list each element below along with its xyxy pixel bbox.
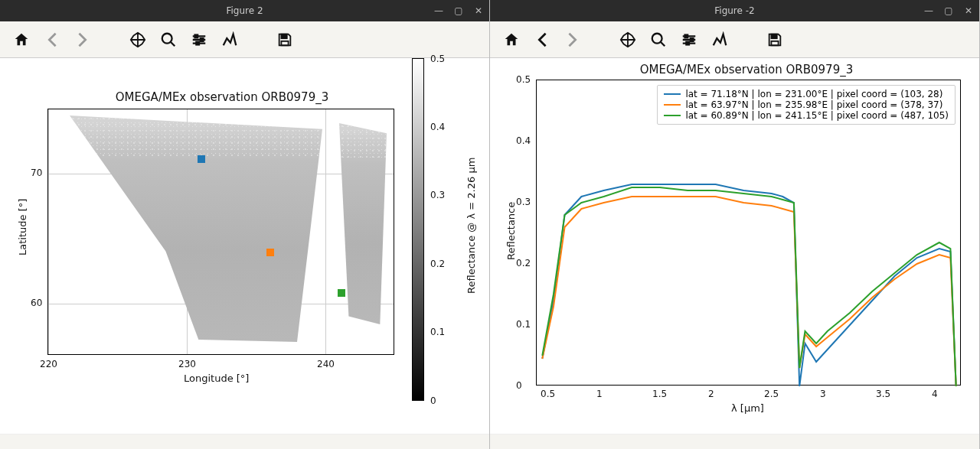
svg-point-0 [162, 33, 172, 43]
map-swath [70, 116, 322, 342]
cbar-tick: 0.3 [430, 190, 445, 200]
pixel-marker-3 [338, 289, 345, 297]
xtick: 240 [317, 359, 335, 369]
xtick: 230 [178, 359, 196, 369]
map-ylabel: Latitude [°] [17, 199, 28, 255]
xtick: 1 [596, 389, 603, 399]
map-title: OMEGA/MEx observation ORB0979_3 [116, 90, 328, 104]
subplots-icon[interactable] [219, 29, 240, 50]
legend-entry: lat = 71.18°N | lon = 231.00°E | pixel c… [685, 89, 942, 99]
ytick: 0.2 [516, 258, 531, 268]
cbar-tick: 0.1 [430, 327, 445, 337]
figure-window-1: Figure 2 — ▢ ✕ OMEGA/MEx observation ORB… [0, 0, 490, 449]
svg-rect-9 [686, 41, 689, 44]
save-icon[interactable] [764, 29, 786, 50]
cbar-tick: 0.4 [430, 122, 445, 132]
xtick: 0.5 [541, 389, 555, 399]
home-icon[interactable] [11, 29, 32, 50]
colorbar [412, 58, 424, 401]
mpl-toolbar [490, 21, 979, 58]
pan-icon[interactable] [617, 29, 639, 50]
xtick: 220 [40, 359, 57, 369]
xtick: 4 [932, 389, 938, 399]
home-icon[interactable] [501, 29, 522, 50]
ytick: 0.3 [516, 197, 531, 207]
statusbar [490, 434, 979, 449]
titlebar[interactable]: Figure 2 — ▢ ✕ [0, 0, 489, 21]
svg-rect-8 [691, 38, 694, 41]
map-axes[interactable] [47, 109, 394, 355]
forward-icon[interactable] [562, 29, 583, 50]
maximize-button[interactable]: ▢ [452, 5, 465, 17]
spectra-axes[interactable]: lat = 71.18°N | lon = 231.00°E | pixel c… [536, 80, 961, 386]
xtick: 2.5 [764, 389, 779, 399]
spectra-title: OMEGA/MEx observation ORB0979_3 [640, 63, 853, 76]
spectra-ylabel: Reflectance [505, 202, 517, 260]
ytick: 0.1 [516, 319, 531, 330]
configure-icon[interactable] [188, 29, 210, 50]
zoom-icon[interactable] [648, 29, 669, 50]
xtick: 1.5 [652, 389, 667, 399]
cbar-label: Reflectance @ λ = 2.26 μm [466, 158, 477, 294]
pan-icon[interactable] [127, 29, 149, 50]
cbar-tick: 0.2 [430, 259, 445, 269]
subplots-icon[interactable] [709, 29, 730, 50]
zoom-icon[interactable] [158, 29, 179, 50]
svg-rect-5 [281, 41, 288, 45]
xtick: 2 [708, 389, 714, 399]
configure-icon[interactable] [678, 29, 700, 50]
minimize-button[interactable]: — [433, 5, 445, 17]
svg-rect-3 [196, 41, 199, 44]
save-icon[interactable] [274, 29, 296, 50]
back-icon[interactable] [531, 29, 553, 50]
xtick: 3.5 [876, 389, 890, 399]
spectra-lines [537, 80, 962, 386]
spectra-xlabel: λ [μm] [731, 402, 764, 414]
ytick: 0.4 [516, 135, 531, 146]
statusbar [0, 434, 489, 449]
window-title: Figure -2 [714, 5, 754, 16]
figure-canvas-map[interactable]: OMEGA/MEx observation ORB0979_3 220 230 … [0, 58, 489, 434]
cbar-tick: 0 [430, 395, 436, 406]
back-icon[interactable] [41, 29, 63, 50]
svg-rect-7 [685, 34, 688, 37]
forward-icon[interactable] [72, 29, 93, 50]
pixel-marker-2 [266, 249, 274, 256]
legend-entry: lat = 60.89°N | lon = 241.15°E | pixel c… [685, 110, 949, 121]
pixel-marker-1 [198, 155, 205, 163]
ytick: 0 [516, 380, 522, 391]
svg-rect-11 [771, 41, 778, 45]
map-swath [339, 123, 387, 324]
mpl-toolbar [0, 21, 489, 58]
cbar-tick: 0.5 [430, 54, 445, 64]
ytick: 0.5 [516, 74, 531, 85]
svg-rect-10 [771, 34, 776, 38]
legend: lat = 71.18°N | lon = 231.00°E | pixel c… [657, 85, 956, 125]
window-title: Figure 2 [226, 5, 263, 16]
figure-window-2: Figure -2 — ▢ ✕ OMEGA/MEx observation OR… [490, 0, 980, 449]
legend-entry: lat = 63.97°N | lon = 235.98°E | pixel c… [685, 99, 942, 110]
svg-rect-1 [195, 34, 198, 37]
xtick: 3 [820, 389, 826, 399]
svg-point-6 [652, 33, 662, 43]
titlebar[interactable]: Figure -2 — ▢ ✕ [490, 0, 979, 21]
minimize-button[interactable]: — [923, 5, 935, 17]
svg-rect-4 [281, 34, 286, 38]
ytick: 60 [31, 298, 42, 308]
close-button[interactable]: ✕ [472, 5, 485, 17]
svg-rect-2 [201, 38, 204, 41]
ytick: 70 [31, 168, 42, 178]
close-button[interactable]: ✕ [962, 5, 975, 17]
figure-canvas-spectra[interactable]: OMEGA/MEx observation ORB0979_3 lat = 71… [490, 58, 979, 434]
map-xlabel: Longitude [°] [184, 373, 249, 384]
maximize-button[interactable]: ▢ [942, 5, 955, 17]
